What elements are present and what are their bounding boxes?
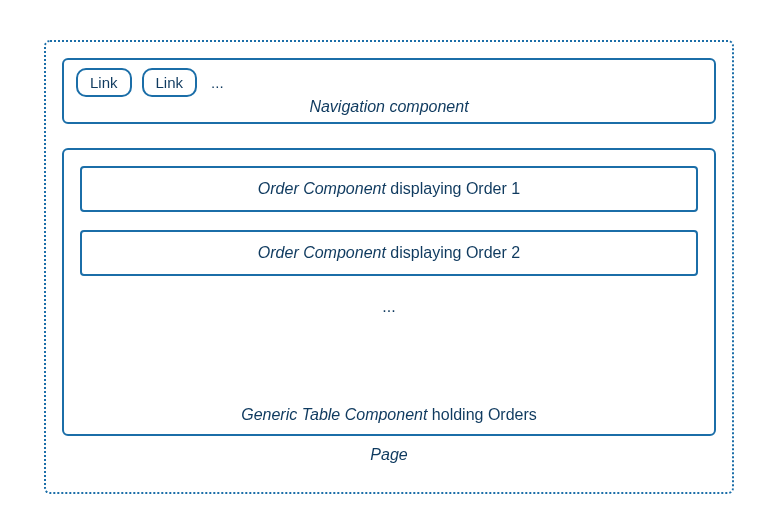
table-caption-rest: holding Orders	[427, 406, 536, 423]
navigation-component: Link Link ... Navigation component	[62, 58, 716, 124]
nav-link[interactable]: Link	[142, 68, 198, 97]
order-label-italic: Order Component	[258, 244, 386, 261]
table-caption-italic: Generic Table Component	[241, 406, 427, 423]
page-container: Link Link ... Navigation component Order…	[44, 40, 734, 494]
order-label-italic: Order Component	[258, 180, 386, 197]
table-caption: Generic Table Component holding Orders	[64, 406, 714, 424]
nav-caption: Navigation component	[64, 98, 714, 116]
page-caption: Page	[62, 446, 716, 464]
nav-link[interactable]: Link	[76, 68, 132, 97]
generic-table-component: Order Component displaying Order 1 Order…	[62, 148, 716, 436]
table-ellipsis: ...	[80, 298, 698, 316]
order-label-rest: displaying Order 2	[386, 244, 520, 261]
order-label-rest: displaying Order 1	[386, 180, 520, 197]
order-component-row: Order Component displaying Order 1	[80, 166, 698, 212]
nav-ellipsis: ...	[207, 74, 224, 91]
order-component-row: Order Component displaying Order 2	[80, 230, 698, 276]
nav-link-row: Link Link ...	[76, 68, 702, 97]
